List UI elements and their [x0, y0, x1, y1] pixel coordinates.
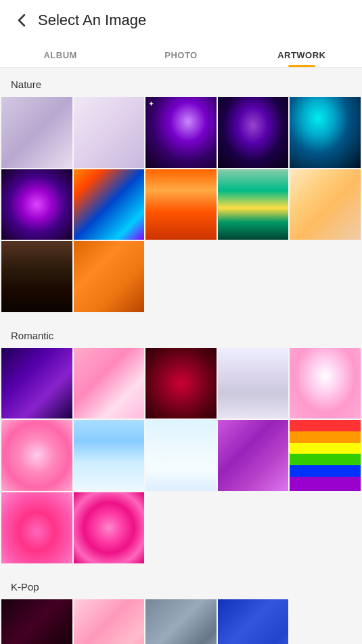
header: Select An Image — [0, 0, 362, 41]
section-romantic-title: Romantic — [0, 319, 362, 348]
list-item[interactable] — [218, 420, 289, 491]
list-item[interactable] — [218, 599, 289, 644]
list-item[interactable] — [145, 169, 217, 240]
kpop-grid — [0, 599, 362, 644]
list-item[interactable] — [145, 420, 217, 491]
list-item[interactable] — [218, 348, 289, 419]
list-item[interactable] — [218, 97, 289, 168]
list-item[interactable] — [74, 492, 145, 563]
tab-photo[interactable]: PHOTO — [120, 41, 241, 67]
section-nature-title: Nature — [0, 68, 362, 97]
list-item[interactable] — [74, 241, 145, 312]
tab-artwork[interactable]: ARTWORK — [242, 41, 362, 67]
list-item[interactable] — [1, 97, 72, 168]
list-item[interactable] — [290, 420, 361, 491]
section-romantic: Romantic — [0, 319, 362, 565]
list-item[interactable] — [1, 492, 72, 563]
list-item[interactable] — [74, 97, 145, 168]
list-item[interactable] — [145, 599, 217, 644]
list-item[interactable]: ✦ — [145, 97, 217, 168]
content-area: Nature ✦ — [0, 68, 362, 644]
tab-bar: ALBUM PHOTO ARTWORK — [0, 41, 362, 68]
romantic-grid — [0, 348, 362, 565]
list-item[interactable] — [290, 169, 361, 240]
list-item[interactable] — [290, 348, 361, 419]
list-item[interactable] — [218, 169, 289, 240]
list-item[interactable] — [74, 420, 145, 491]
tab-album[interactable]: ALBUM — [0, 41, 120, 67]
list-item[interactable] — [74, 169, 145, 240]
page-title: Select An Image — [38, 12, 146, 29]
list-item[interactable] — [1, 241, 72, 312]
list-item[interactable] — [1, 348, 72, 419]
list-item[interactable] — [290, 97, 361, 168]
list-item[interactable] — [74, 348, 145, 419]
section-kpop: K-Pop — [0, 570, 362, 644]
back-button[interactable] — [11, 9, 32, 31]
list-item[interactable] — [145, 348, 217, 419]
list-item[interactable] — [1, 599, 72, 644]
list-item[interactable] — [1, 169, 72, 240]
section-kpop-title: K-Pop — [0, 570, 362, 599]
list-item[interactable] — [1, 420, 72, 491]
section-nature: Nature ✦ — [0, 68, 362, 314]
nature-grid: ✦ — [0, 97, 362, 314]
list-item[interactable] — [74, 599, 145, 644]
